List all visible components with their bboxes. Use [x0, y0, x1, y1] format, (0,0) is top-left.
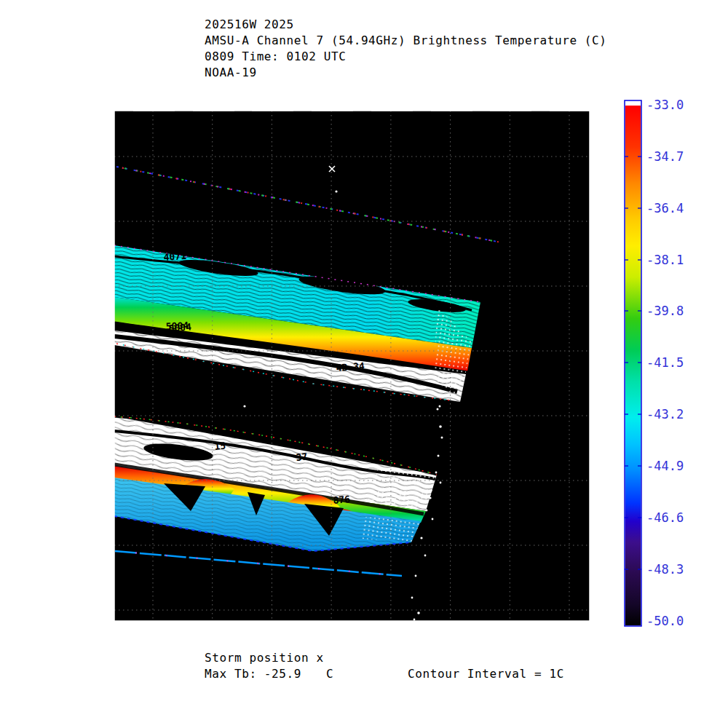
- y-tick-label: 16: [588, 537, 604, 554]
- y-tick-label: 20: [588, 408, 604, 424]
- colorbar-label: -34.7: [646, 149, 684, 164]
- x-tick-label: 138: [200, 94, 225, 110]
- y-tick-label: 16: [90, 537, 106, 554]
- colorbar-label: -39.8: [646, 304, 684, 318]
- amsu-screenshot-page: 202516W 2025 AMSU-A Channel 7 (54.94GHz)…: [0, 0, 728, 728]
- x-tick-label: 146: [438, 623, 462, 639]
- colorbar-top-cap: [625, 101, 641, 106]
- colorbar-label: -46.6: [646, 510, 684, 525]
- svg-text:5004: 5004: [168, 321, 192, 334]
- colorbar-label: -48.3: [646, 562, 684, 577]
- x-tick-label: 140: [259, 623, 284, 639]
- colorbar-label: -33.0: [646, 98, 684, 112]
- y-tick-label: 14: [588, 602, 604, 619]
- x-tick-label: 150: [557, 94, 582, 110]
- y-tick-label: 14: [90, 602, 106, 619]
- colorbar-label: -38.1: [646, 253, 684, 267]
- y-tick-label: 20: [90, 408, 106, 424]
- colorbar-label: -41.5: [646, 355, 684, 370]
- y-axis-left-labels: 28 26 24 22 20 18 16 14: [90, 149, 106, 619]
- y-tick-label: 24: [90, 278, 106, 295]
- y-tick-label: 28: [90, 149, 106, 165]
- y-tick-label: 26: [90, 213, 106, 230]
- x-tick-label: 146: [438, 94, 462, 110]
- colorbar-label: -43.2: [646, 407, 684, 422]
- contour-label: 4071: [163, 250, 186, 263]
- contour-label: 15: [214, 440, 226, 452]
- x-tick-label: 144: [379, 94, 403, 110]
- x-tick-label: 148: [497, 623, 522, 639]
- contour-label: 876: [333, 494, 351, 506]
- y-tick-label: 18: [90, 472, 106, 489]
- y-tick-label: 22: [90, 343, 106, 360]
- x-axis-top-labels: 136 138 140 142 144 146 148 150: [141, 94, 582, 110]
- plot-svg: 4071 5004 5004 4B-34: [0, 0, 728, 728]
- x-tick-label: 142: [319, 623, 344, 639]
- x-tick-label: 150: [557, 623, 582, 639]
- map-panel: 4071 5004 5004 4B-34: [114, 111, 590, 621]
- colorbar-label: -36.4: [646, 201, 684, 215]
- x-tick-label: 138: [200, 623, 225, 639]
- colorbar-label: -50.0: [646, 614, 684, 628]
- y-tick-label: 24: [588, 278, 604, 295]
- colorbar-label: -44.9: [646, 459, 684, 473]
- y-tick-label: 22: [588, 343, 604, 360]
- colorbar-labels: -33.0 -34.7 -36.4 -38.1 -39.8 -41.5 -43.…: [646, 98, 684, 628]
- x-tick-label: 136: [141, 94, 165, 110]
- x-tick-label: 142: [319, 94, 344, 110]
- x-tick-label: 148: [497, 94, 522, 110]
- y-tick-label: 18: [588, 472, 604, 489]
- colorbar: -33.0 -34.7 -36.4 -38.1 -39.8 -41.5 -43.…: [625, 98, 684, 628]
- x-axis-bottom-labels: 136 138 140 142 144 146 148 150: [141, 623, 582, 639]
- contour-label: 4B-34: [336, 360, 365, 373]
- colorbar-gradient: [625, 106, 641, 625]
- y-tick-label: 26: [588, 213, 604, 230]
- x-tick-label: 140: [259, 94, 284, 110]
- contour-label: 37: [296, 451, 308, 463]
- y-tick-label: 28: [588, 149, 604, 165]
- y-axis-right-labels: 28 26 24 22 20 18 16 14: [588, 149, 604, 619]
- x-tick-label: 144: [379, 623, 403, 639]
- x-tick-label: 136: [141, 623, 165, 639]
